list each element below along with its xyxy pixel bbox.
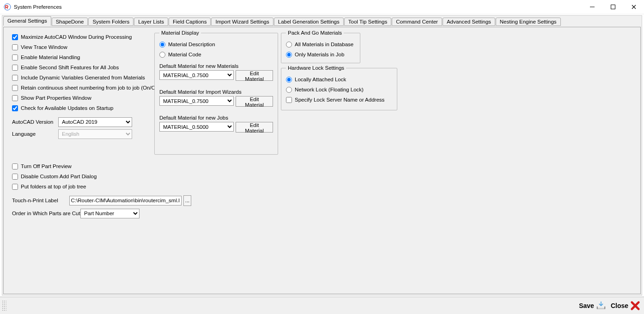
tab-import-wizard[interactable]: Import Wizard Settings — [211, 18, 273, 26]
cb-label: Include Dynamic Variables Generated from… — [21, 75, 145, 80]
pack-and-go-legend: Pack And Go Materials — [286, 30, 344, 36]
cb-show-part-properties[interactable] — [12, 95, 18, 101]
tab-layer-lists[interactable]: Layer Lists — [134, 18, 168, 26]
grip-icon — [2, 300, 6, 311]
bottom-toolbar: Save Close — [0, 296, 644, 314]
parts-cut-order-label: Order in Which Parts are Cut — [12, 211, 80, 216]
touch-n-print-browse-button[interactable]: ... — [183, 195, 191, 206]
default-import-wizards-combo[interactable]: MATERIAL_0.7500 — [159, 96, 234, 106]
rb-label: Locally Attached Lock — [295, 77, 346, 82]
cb-label: Show Part Properties Window — [21, 95, 91, 101]
hardware-lock-group: Hardware Lock Settings Locally Attached … — [281, 65, 397, 110]
tab-label: Advanced Settings — [447, 19, 491, 24]
rb-only-materials-job[interactable] — [286, 52, 292, 58]
tab-label: Command Center — [396, 19, 438, 24]
cb-enable-material-handling[interactable] — [12, 54, 18, 60]
cb-label: Maximize AutoCAD Window During Processin… — [21, 34, 132, 40]
cb-view-trace[interactable] — [12, 44, 18, 50]
cb-turn-off-preview[interactable] — [12, 163, 18, 169]
cb-folders-at-top[interactable] — [12, 184, 18, 190]
tab-general-settings[interactable]: General Settings — [3, 16, 51, 26]
rb-label: Only Materials in Job — [295, 52, 344, 57]
rb-network-lock[interactable] — [286, 87, 292, 93]
acad-version-combo[interactable]: AutoCAD 2019 — [58, 117, 132, 127]
default-new-materials-label: Default Material for new Materials — [159, 63, 273, 69]
cb-label: Disable Custom Add Part Dialog — [21, 174, 97, 179]
cb-disable-custom-add-part[interactable] — [12, 174, 18, 180]
save-label: Save — [579, 302, 594, 309]
tab-page-general: Maximize AutoCAD Window During Processin… — [3, 27, 641, 294]
default-new-jobs-label: Default Material for new Jobs — [159, 115, 273, 121]
tab-label: Label Generation Settings — [278, 19, 340, 24]
title-bar: System Preferences — [0, 0, 644, 14]
tab-label: General Settings — [7, 18, 47, 24]
tab-label: Import Wizard Settings — [215, 19, 269, 24]
edit-material-import-wizards-button[interactable]: Edit Material — [236, 96, 273, 107]
language-label: Language — [12, 131, 58, 137]
parts-cut-order-combo[interactable]: Part Number — [80, 209, 140, 218]
material-display-legend: Material Display — [159, 30, 201, 36]
acad-version-label: AutoCAD Version — [12, 119, 58, 125]
close-button[interactable]: Close — [611, 301, 640, 311]
edit-material-new-jobs-button[interactable]: Edit Material — [236, 122, 273, 133]
cb-label: Check for Available Updates on Startup — [21, 105, 114, 111]
rb-label: Network Lock (Floating Lock) — [295, 87, 364, 92]
maximize-button[interactable] — [602, 0, 623, 14]
tab-advanced[interactable]: Advanced Settings — [443, 18, 495, 26]
tab-command-center[interactable]: Command Center — [392, 18, 442, 26]
rb-material-description[interactable] — [159, 42, 165, 48]
save-button[interactable]: Save — [579, 301, 606, 311]
touch-n-print-label: Touch-n-Print Label — [12, 198, 69, 203]
rb-locally-attached-lock[interactable] — [286, 77, 292, 83]
rb-all-materials-db[interactable] — [286, 42, 292, 48]
tab-label: Field Captions — [173, 19, 207, 24]
close-window-button[interactable] — [623, 0, 644, 14]
hardware-lock-legend: Hardware Lock Settings — [286, 65, 346, 71]
tab-strip: General Settings ShapeDone System Folder… — [2, 16, 642, 26]
rb-label: Material Code — [168, 52, 201, 57]
cb-label: Enable Second Shift Features for All Job… — [21, 65, 119, 70]
rb-material-code[interactable] — [159, 52, 165, 58]
close-label: Close — [611, 302, 628, 309]
tab-label-generation[interactable]: Label Generation Settings — [274, 18, 344, 26]
tab-label: Nesting Engine Settings — [500, 19, 557, 24]
cb-label: Turn Off Part Preview — [21, 163, 72, 169]
tab-label: Layer Lists — [138, 19, 164, 24]
svg-rect-3 — [598, 308, 605, 309]
cb-retain-sheet-numbering[interactable] — [12, 85, 18, 91]
cb-enable-second-shift[interactable] — [12, 65, 18, 71]
cb-label: Specify Lock Server Name or Address — [295, 97, 384, 103]
tab-label: ShapeDone — [56, 19, 84, 24]
svg-rect-1 — [590, 7, 595, 7]
cb-label: Retain continuous sheet numbering from j… — [21, 85, 160, 91]
cb-maximize-autocad[interactable] — [12, 34, 18, 40]
material-display-group: Material Display Material Description Ma… — [154, 30, 278, 155]
default-import-wizards-label: Default Material for Import Wizards — [159, 89, 273, 95]
tab-tool-tip[interactable]: Tool Tip Settings — [344, 18, 391, 26]
cb-include-dynamic-vars[interactable] — [12, 75, 18, 81]
tab-shapedone[interactable]: ShapeDone — [52, 18, 88, 26]
tab-nesting-engine[interactable]: Nesting Engine Settings — [496, 18, 561, 26]
cb-specify-lock-server[interactable] — [286, 97, 292, 103]
svg-rect-2 — [611, 5, 615, 9]
minimize-button[interactable] — [582, 0, 602, 14]
tab-system-folders[interactable]: System Folders — [88, 18, 134, 26]
cb-check-updates[interactable] — [12, 105, 18, 111]
cb-label: Enable Material Handling — [21, 54, 80, 60]
edit-material-new-materials-button[interactable]: Edit Material — [236, 70, 273, 81]
window-title: System Preferences — [14, 4, 62, 10]
tab-label: System Folders — [92, 19, 129, 24]
close-icon — [630, 301, 640, 311]
tab-field-captions[interactable]: Field Captions — [169, 18, 211, 26]
cb-label: View Trace Window — [21, 44, 67, 50]
rb-label: All Materials in Database — [295, 42, 353, 47]
cb-label: Put folders at top of job tree — [21, 184, 86, 189]
touch-n-print-input[interactable] — [69, 196, 182, 205]
rb-label: Material Description — [168, 42, 215, 47]
default-new-jobs-combo[interactable]: MATERIAL_0.5000 — [159, 122, 234, 132]
app-icon — [4, 3, 11, 11]
tab-label: Tool Tip Settings — [348, 19, 387, 24]
pack-and-go-group: Pack And Go Materials All Materials in D… — [281, 30, 360, 63]
save-icon — [596, 301, 606, 311]
default-new-materials-combo[interactable]: MATERIAL_0.7500 — [159, 70, 234, 80]
